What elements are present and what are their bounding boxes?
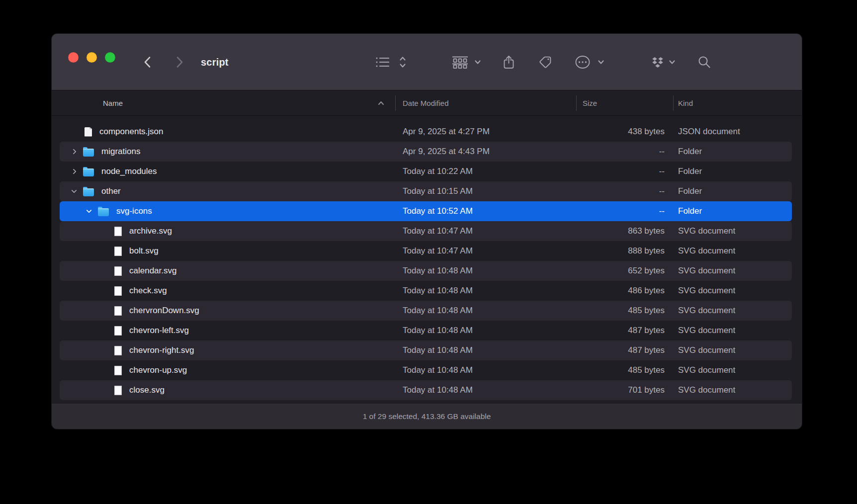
group-view-chevron-icon[interactable] <box>474 34 481 90</box>
dropbox-chevron-icon[interactable] <box>669 34 676 90</box>
file-size: 652 bytes <box>576 266 673 276</box>
file-date-modified: Today at 10:22 AM <box>395 167 576 176</box>
name-cell: close.svg <box>60 385 395 395</box>
disclosure-icon[interactable] <box>68 147 81 157</box>
file-name: other <box>101 186 121 196</box>
file-name: archive.svg <box>129 226 172 236</box>
file-size: -- <box>576 167 673 176</box>
share-icon[interactable] <box>503 34 514 90</box>
column-divider[interactable] <box>395 95 396 111</box>
file-name: svg-icons <box>116 206 152 216</box>
svg-document-icon <box>114 227 122 236</box>
file-row-chevron-left.svg[interactable]: chevron-left.svg Today at 10:48 AM 487 b… <box>60 321 792 340</box>
file-row-migrations[interactable]: migrations Apr 9, 2025 at 4:43 PM -- Fol… <box>60 142 792 162</box>
file-name: chervronDown.svg <box>129 306 199 316</box>
file-name: bolt.svg <box>129 246 159 256</box>
svg-document-icon <box>114 306 122 316</box>
file-kind: Folder <box>673 147 792 157</box>
file-date-modified: Today at 10:48 AM <box>395 365 576 375</box>
column-divider[interactable] <box>576 95 577 111</box>
file-kind: SVG document <box>673 286 792 296</box>
column-header-size[interactable]: Size <box>576 90 673 115</box>
svg-document-icon <box>114 346 122 355</box>
file-date-modified: Today at 10:48 AM <box>395 326 576 336</box>
file-row-node_modules[interactable]: node_modules Today at 10:22 AM -- Folder <box>60 162 792 181</box>
finder-window: script <box>52 34 802 429</box>
file-row-bolt.svg[interactable]: bolt.svg Today at 10:47 AM 888 bytes SVG… <box>60 241 792 261</box>
file-row-calendar.svg[interactable]: calendar.svg Today at 10:48 AM 652 bytes… <box>60 261 792 281</box>
file-date-modified: Today at 10:48 AM <box>395 345 576 355</box>
file-name: chevron-up.svg <box>129 365 187 375</box>
name-cell: components.json <box>60 127 395 137</box>
disclosure-icon[interactable] <box>83 206 95 216</box>
folder-icon <box>83 168 94 176</box>
file-name: check.svg <box>129 286 167 296</box>
minimize-window-button[interactable] <box>86 52 97 63</box>
search-icon[interactable] <box>698 34 711 90</box>
file-name: node_modules <box>101 167 157 176</box>
name-cell: archive.svg <box>60 226 395 236</box>
file-date-modified: Today at 10:48 AM <box>395 385 576 395</box>
file-row-check.svg[interactable]: check.svg Today at 10:48 AM 486 bytes SV… <box>60 281 792 301</box>
more-options-chevron-icon[interactable] <box>598 34 604 90</box>
file-name: chevron-left.svg <box>129 326 189 336</box>
file-size: -- <box>576 147 673 157</box>
column-divider[interactable] <box>673 95 674 111</box>
back-icon[interactable] <box>144 34 151 90</box>
more-options-icon[interactable] <box>575 34 591 90</box>
forward-icon[interactable] <box>176 34 183 90</box>
file-kind: SVG document <box>673 345 792 355</box>
name-cell: calendar.svg <box>60 266 395 276</box>
tag-icon[interactable] <box>539 34 552 90</box>
disclosure-icon[interactable] <box>68 167 81 176</box>
list-view-icon[interactable] <box>376 34 389 90</box>
view-sort-chevrons-icon[interactable] <box>399 34 406 90</box>
file-row-svg-icons[interactable]: svg-icons Today at 10:52 AM -- Folder <box>60 201 792 221</box>
name-cell: check.svg <box>60 286 395 296</box>
file-row-other[interactable]: other Today at 10:15 AM -- Folder <box>60 181 792 201</box>
file-size: -- <box>576 206 673 216</box>
file-date-modified: Today at 10:47 AM <box>395 226 576 236</box>
column-label-name: Name <box>103 99 123 107</box>
column-header-date[interactable]: Date Modified <box>395 90 576 115</box>
column-header: Name Date Modified Size Kind <box>52 90 802 116</box>
disclosure-icon[interactable] <box>68 186 81 196</box>
folder-icon <box>83 149 94 157</box>
file-size: 485 bytes <box>576 306 673 316</box>
svg-document-icon <box>114 326 122 336</box>
column-header-name[interactable]: Name <box>60 90 395 115</box>
file-row-chevron-right.svg[interactable]: chevron-right.svg Today at 10:48 AM 487 … <box>60 340 792 360</box>
file-size: 438 bytes <box>576 127 673 137</box>
file-size: 487 bytes <box>576 326 673 336</box>
toolbar: script <box>52 34 802 90</box>
svg-document-icon <box>114 386 122 395</box>
file-row-chevron-up.svg[interactable]: chevron-up.svg Today at 10:48 AM 485 byt… <box>60 360 792 380</box>
file-row-chervronDown.svg[interactable]: chervronDown.svg Today at 10:48 AM 485 b… <box>60 301 792 321</box>
folder-icon <box>98 208 109 216</box>
file-kind: Folder <box>673 206 792 216</box>
file-kind: SVG document <box>673 266 792 276</box>
svg-document-icon <box>114 366 122 375</box>
name-cell: chevron-left.svg <box>60 326 395 336</box>
column-header-kind[interactable]: Kind <box>673 90 792 115</box>
file-kind: SVG document <box>673 226 792 236</box>
name-cell: migrations <box>60 147 395 157</box>
svg-document-icon <box>114 286 122 296</box>
sort-ascending-icon <box>378 101 384 105</box>
zoom-window-button[interactable] <box>105 52 115 63</box>
file-row-archive.svg[interactable]: archive.svg Today at 10:47 AM 863 bytes … <box>60 221 792 241</box>
close-window-button[interactable] <box>68 52 79 63</box>
file-date-modified: Today at 10:48 AM <box>395 306 576 316</box>
file-row-close.svg[interactable]: close.svg Today at 10:48 AM 701 bytes SV… <box>60 380 792 400</box>
file-date-modified: Today at 10:15 AM <box>395 186 576 196</box>
name-cell: svg-icons <box>60 206 395 216</box>
file-size: 486 bytes <box>576 286 673 296</box>
file-size: -- <box>576 186 673 196</box>
dropbox-icon[interactable] <box>651 34 665 90</box>
file-row-components.json[interactable]: components.json Apr 9, 2025 at 4:27 PM 4… <box>60 122 792 142</box>
file-name: migrations <box>101 147 140 157</box>
name-cell: other <box>60 186 395 196</box>
file-date-modified: Today at 10:47 AM <box>395 246 576 256</box>
group-view-icon[interactable] <box>452 34 468 90</box>
file-date-modified: Apr 9, 2025 at 4:43 PM <box>395 147 576 157</box>
